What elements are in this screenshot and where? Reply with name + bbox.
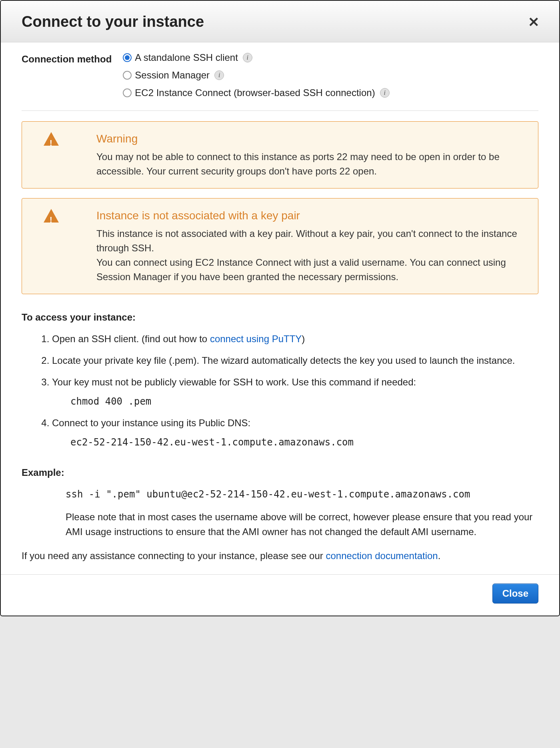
info-icon[interactable]: i: [214, 70, 224, 80]
info-icon[interactable]: i: [243, 53, 252, 62]
close-button[interactable]: Close: [492, 584, 538, 604]
chmod-code: chmod 400 .pem: [70, 394, 538, 409]
connection-documentation-link[interactable]: connection documentation: [326, 550, 438, 561]
step4-text: Connect to your instance using its Publi…: [52, 417, 250, 428]
warning-icon: !: [44, 209, 59, 223]
connect-using-putty-link[interactable]: connect using PuTTY: [210, 333, 302, 344]
assist-suffix: .: [438, 550, 441, 561]
step1-prefix: Open an SSH client. (find out how to: [52, 333, 210, 344]
connection-method-options: A standalone SSH client i Session Manage…: [123, 50, 389, 100]
connection-method-row: Connection method A standalone SSH clien…: [22, 50, 538, 100]
warning-alert-no-keypair: ! Instance is not associated with a key …: [22, 198, 538, 294]
option-label: EC2 Instance Connect (browser-based SSH …: [135, 86, 375, 100]
warning-icon: !: [44, 132, 59, 146]
dialog-footer: Close: [1, 574, 559, 616]
dialog-body: Connection method A standalone SSH clien…: [1, 42, 559, 570]
radio-session-manager[interactable]: [123, 71, 132, 80]
access-step-1: Open an SSH client. (find out how to con…: [52, 332, 538, 346]
connection-method-option-ec2-instance-connect[interactable]: EC2 Instance Connect (browser-based SSH …: [123, 86, 389, 100]
connection-method-option-session-manager[interactable]: Session Manager i: [123, 68, 389, 82]
dialog-title: Connect to your instance: [22, 10, 204, 33]
info-icon[interactable]: i: [380, 88, 390, 98]
close-icon[interactable]: ✕: [524, 14, 543, 30]
ssh-example-code: ssh -i ".pem" ubuntu@ec2-52-214-150-42.e…: [66, 487, 538, 501]
radio-ec2-instance-connect[interactable]: [123, 88, 132, 97]
access-step-2: Locate your private key file (.pem). The…: [52, 353, 538, 368]
alert-body: This instance is not associated with a k…: [96, 227, 527, 284]
access-step-3: Your key must not be publicly viewable f…: [52, 375, 538, 409]
alert-body: You may not be able to connect to this i…: [96, 150, 527, 178]
assist-prefix: If you need any assistance connecting to…: [22, 550, 326, 561]
connect-instance-dialog: Connect to your instance ✕ Connection me…: [0, 0, 560, 616]
divider: [22, 110, 538, 111]
option-label: A standalone SSH client: [135, 50, 238, 65]
example-note: Please note that in most cases the usern…: [66, 509, 538, 539]
step1-suffix: ): [302, 333, 305, 344]
warning-alert-port22: ! Warning You may not be able to connect…: [22, 121, 538, 189]
access-heading: To access your instance:: [22, 310, 538, 325]
alert-title: Warning: [96, 130, 527, 147]
dialog-header: Connect to your instance ✕: [1, 1, 559, 42]
alert-title: Instance is not associated with a key pa…: [96, 207, 527, 224]
option-label: Session Manager: [135, 68, 210, 82]
connection-method-option-ssh[interactable]: A standalone SSH client i: [123, 50, 389, 65]
access-steps: Open an SSH client. (find out how to con…: [22, 332, 538, 449]
connection-method-label: Connection method: [22, 50, 112, 100]
step3-text: Your key must not be publicly viewable f…: [52, 377, 416, 387]
example-heading: Example:: [22, 465, 538, 480]
public-dns-code: ec2-52-214-150-42.eu-west-1.compute.amaz…: [70, 435, 538, 449]
access-step-4: Connect to your instance using its Publi…: [52, 416, 538, 449]
radio-ssh[interactable]: [123, 53, 132, 62]
assistance-text: If you need any assistance connecting to…: [22, 549, 538, 563]
